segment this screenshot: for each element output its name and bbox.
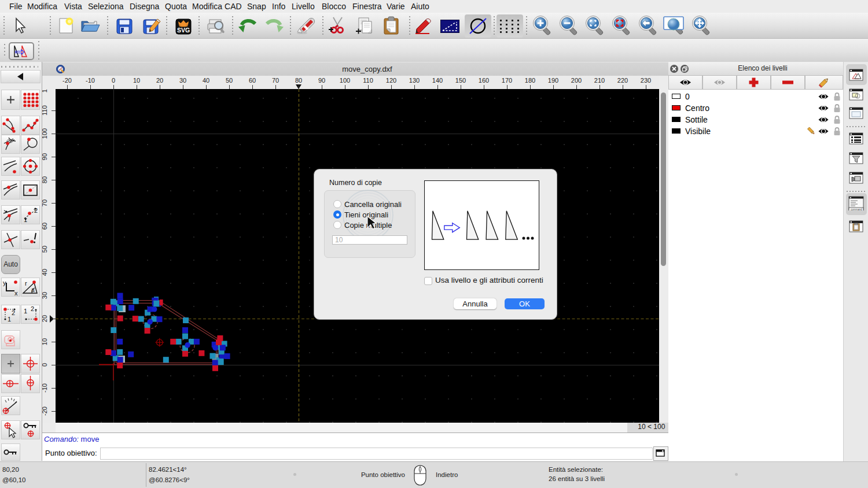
svg-text:2: 2	[34, 207, 38, 214]
svg-text:1: 1	[24, 308, 27, 315]
svg-text:1: 1	[24, 216, 27, 223]
svg-text:SVG: SVG	[177, 27, 190, 34]
svg-text:command: command	[851, 208, 862, 210]
svg-text:y: y	[3, 279, 6, 286]
svg-text:a: a	[31, 287, 35, 293]
svg-text:2: 2	[31, 305, 34, 312]
svg-text:1: 1	[8, 316, 11, 323]
svg-text:x: x	[14, 290, 18, 296]
svg-text:2: 2	[12, 309, 15, 316]
svg-text:r: r	[25, 280, 27, 287]
